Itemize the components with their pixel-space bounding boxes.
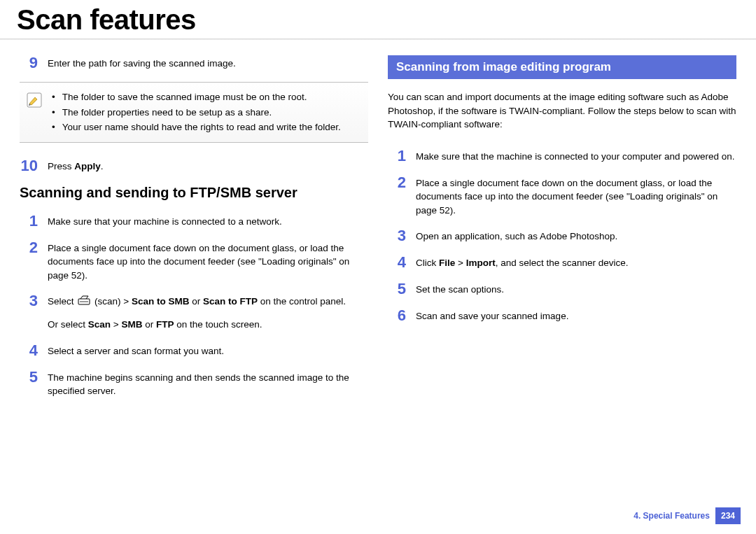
text: Press [48,161,74,171]
step-number: 1 [388,148,406,164]
step-number: 10 [20,158,38,174]
bold-text: Scan to SMB [132,296,190,307]
text: . [101,161,104,171]
step-number: 9 [20,55,38,71]
note-item: Your user name should have the rights to… [52,120,341,135]
bold-text: Scan to FTP [203,296,258,307]
bold-text: Import [466,258,496,268]
step-text: Click File > Import, and select the scan… [416,255,736,270]
step-4: 4 Click File > Import, and select the sc… [388,255,736,270]
note-list: The folder to save the scanned image mus… [52,90,341,135]
text: , and select the scanner device. [496,258,629,268]
step-6: 6 Scan and save your scanned image. [388,308,736,323]
step-text: Press Apply. [48,158,368,174]
page-title: Scan features [0,0,756,38]
step-5: 5 Set the scan options. [388,281,736,297]
title-rule [0,38,756,40]
scan-icon [78,295,90,311]
bold-text: SMB [121,319,142,330]
step-text: Scan and save your scanned image. [416,308,736,323]
step-4: 4 Select a server and scan format you wa… [20,343,368,358]
step-number: 4 [20,343,38,358]
step-10: 10 Press Apply. [20,158,368,174]
step-2: 2 Place a single document face down on t… [20,240,368,283]
step-number: 6 [388,308,406,323]
bold-text: Apply [74,161,101,171]
step-text: Select a server and scan format you want… [48,343,368,358]
step-5: 5 The machine begins scanning and then s… [20,370,368,398]
text: or [142,319,156,330]
text: (scan) > [94,296,132,307]
text: or [189,296,203,307]
step-3: 3 Open an application, such as Adobe Pho… [388,228,736,244]
step-number: 1 [20,213,38,229]
step-number: 2 [388,175,406,190]
step-text: Place a single document face down on the… [48,240,368,283]
footer-chapter: 4. Special Features [634,511,710,521]
page-footer: 4. Special Features 234 [634,507,741,524]
note-item: The folder properties need to be setup a… [52,105,341,120]
step-3: 3 Select (scan) > Scan to SMB or Scan to… [20,293,368,331]
text: > [111,319,121,330]
step-number: 2 [20,240,38,255]
content-columns: 9 Enter the path for saving the scanned … [0,55,756,409]
step-text: Select (scan) > Scan to SMB or Scan to F… [48,293,368,331]
step-text: The machine begins scanning and then sen… [48,370,368,398]
intro-paragraph: You can scan and import documents at the… [388,90,736,132]
note-item: The folder to save the scanned image mus… [52,90,341,105]
step-text: Place a single document face down on the… [416,175,736,218]
step-1: 1 Make sure that the machine is connecte… [388,148,736,164]
footer-page-number: 234 [715,507,741,524]
step-number: 5 [388,281,406,297]
bold-text: FTP [156,319,174,330]
step-2: 2 Place a single document face down on t… [388,175,736,218]
step-number: 3 [20,293,38,309]
step-text: Make sure that your machine is connected… [48,213,368,229]
step-text: Make sure that the machine is connected … [416,148,736,164]
text: Or select [48,319,88,330]
section-heading-image-editing: Scanning from image editing program [388,55,736,79]
text: on the touch screen. [174,319,262,330]
note-icon [25,91,43,109]
step-number: 4 [388,255,406,270]
bold-text: Scan [88,319,111,330]
step-9: 9 Enter the path for saving the scanned … [20,55,368,71]
step-text: Enter the path for saving the scanned im… [48,55,368,71]
step-1: 1 Make sure that your machine is connect… [20,213,368,229]
step-number: 5 [20,370,38,385]
text: on the control panel. [258,296,346,307]
section-heading-ftp-smb: Scanning and sending to FTP/SMB server [20,185,368,201]
step-number: 3 [388,228,406,244]
step-text: Open an application, such as Adobe Photo… [416,228,736,244]
text: Select [48,296,76,307]
step-text: Set the scan options. [416,281,736,297]
right-column: Scanning from image editing program You … [388,55,736,409]
note-box: The folder to save the scanned image mus… [20,82,368,143]
bold-text: File [439,258,455,268]
left-column: 9 Enter the path for saving the scanned … [20,55,368,409]
text: > [455,258,465,268]
text: Click [416,258,439,268]
